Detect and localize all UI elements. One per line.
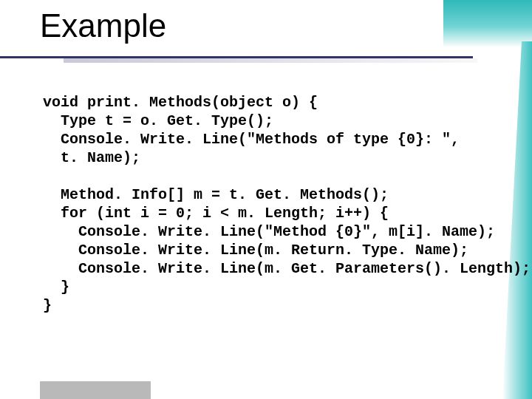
code-line: t. Name); (43, 149, 140, 166)
code-line: void print. Methods(object o) { (43, 94, 318, 111)
title-rule-shadow (64, 58, 477, 63)
title-rule (0, 56, 473, 62)
code-line: Console. Write. Line("Method {0}", m[i].… (43, 223, 495, 240)
code-line: Method. Info[] m = t. Get. Methods(); (43, 186, 389, 203)
code-block: void print. Methods(object o) { Type t =… (43, 93, 488, 315)
code-line: } (43, 279, 69, 296)
code-line: } (43, 297, 52, 314)
code-line: Type t = o. Get. Type(); (43, 112, 273, 129)
title-area: Example (40, 7, 510, 47)
code-line: Console. Write. Line(m. Get. Parameters(… (43, 260, 531, 277)
right-gradient-wedge (502, 41, 532, 399)
slide-title: Example (40, 7, 510, 44)
code-line: Console. Write. Line("Methods of type {0… (43, 131, 460, 148)
code-line: for (int i = 0; i < m. Length; i++) { (43, 205, 389, 222)
slide: Example void print. Methods(object o) { … (0, 0, 532, 399)
bottom-left-block (40, 381, 151, 399)
code-line: Console. Write. Line(m. Return. Type. Na… (43, 242, 468, 259)
